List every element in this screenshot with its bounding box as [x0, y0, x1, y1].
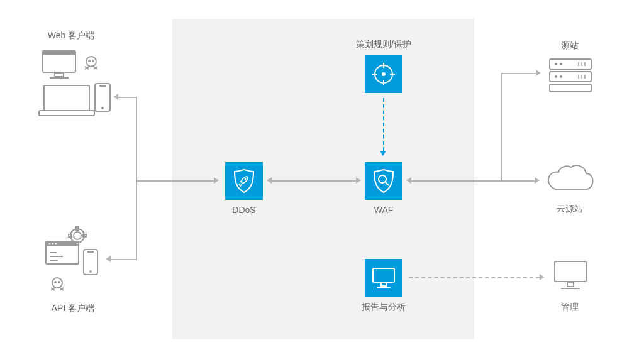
connector [136, 180, 214, 182]
ddos-node [225, 162, 263, 200]
svg-point-43 [379, 175, 386, 183]
svg-rect-52 [381, 283, 386, 286]
phone-icon [93, 82, 112, 113]
svg-rect-1 [43, 51, 75, 55]
server-icon [547, 57, 594, 94]
shield-rocket-icon [232, 168, 256, 194]
policy-label: 策划规则/保护 [356, 39, 411, 50]
connector [501, 180, 535, 182]
connector-dashed [409, 277, 540, 278]
svg-point-56 [560, 63, 562, 65]
cloud-icon [545, 162, 596, 196]
svg-line-44 [386, 182, 389, 185]
monitor-icon [552, 259, 589, 292]
connector-dashed [383, 98, 384, 151]
svg-rect-51 [373, 268, 394, 282]
svg-point-22 [52, 243, 54, 245]
svg-point-5 [88, 60, 91, 62]
svg-point-23 [55, 243, 57, 245]
svg-rect-66 [550, 84, 591, 92]
svg-point-17 [101, 107, 104, 109]
api-client-label: API 客户端 [52, 303, 94, 314]
arrowhead-icon [535, 177, 540, 184]
svg-point-32 [52, 278, 62, 288]
report-label: 报告与分析 [362, 302, 406, 313]
laptop-icon [38, 83, 96, 118]
svg-rect-3 [50, 77, 69, 79]
arrowhead-icon [214, 177, 219, 184]
arrowhead-icon [540, 274, 545, 280]
svg-point-46 [382, 72, 386, 76]
arrowhead-icon [106, 256, 111, 262]
connector [501, 73, 536, 74]
arrowhead-icon [536, 70, 541, 76]
svg-point-33 [54, 281, 57, 283]
monitor-icon [370, 266, 397, 290]
svg-point-4 [86, 57, 96, 67]
svg-point-61 [555, 75, 557, 78]
arrowhead-icon [113, 94, 118, 100]
svg-rect-67 [555, 261, 586, 282]
svg-rect-36 [57, 287, 58, 288]
skull-icon [83, 55, 99, 72]
origin-label: 源站 [561, 40, 579, 52]
gear-icon [67, 225, 88, 246]
skull-icon [49, 277, 65, 293]
target-icon [371, 62, 396, 87]
svg-rect-68 [567, 282, 574, 287]
ddos-label: DDoS [232, 205, 255, 215]
svg-point-55 [555, 63, 557, 65]
svg-rect-2 [55, 73, 64, 77]
phone-icon [82, 248, 99, 277]
svg-point-30 [89, 270, 92, 273]
shield-search-icon [372, 168, 396, 194]
arrowhead-icon [380, 151, 386, 156]
policy-node [365, 55, 402, 93]
svg-rect-14 [44, 85, 89, 111]
waf-label: WAF [374, 205, 394, 215]
connector [411, 180, 502, 182]
report-node [365, 259, 402, 297]
waf-node [365, 162, 402, 200]
connector [118, 97, 136, 98]
management-label: 管理 [561, 302, 579, 313]
svg-point-21 [49, 243, 51, 245]
arrowhead-icon [267, 177, 272, 184]
svg-point-42 [245, 178, 247, 180]
svg-point-34 [58, 281, 60, 283]
arrowhead-icon [406, 177, 411, 184]
svg-rect-8 [91, 65, 92, 67]
desktop-icon [41, 49, 77, 80]
connector [111, 259, 137, 260]
arrowhead-icon [356, 177, 361, 184]
svg-rect-15 [39, 111, 94, 116]
cloud-origin-label: 云源站 [557, 204, 583, 215]
svg-point-62 [560, 75, 562, 78]
connector [136, 97, 137, 260]
svg-point-27 [74, 232, 81, 239]
connector [501, 73, 502, 182]
web-client-label: Web 客户端 [48, 30, 94, 41]
svg-point-6 [92, 60, 94, 62]
connector [272, 180, 356, 182]
